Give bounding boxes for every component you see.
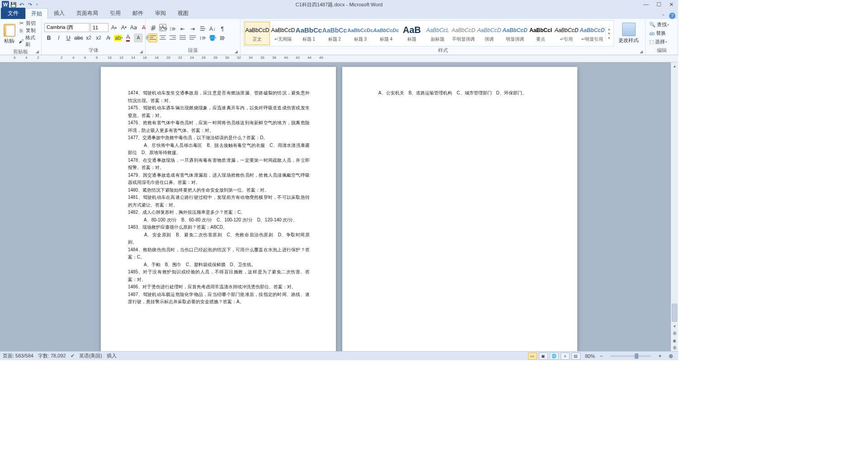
show-marks-icon[interactable]: ¶ [218, 24, 227, 33]
tab-references[interactable]: 引用 [104, 8, 127, 19]
style-正文[interactable]: AaBbCcD正文 [245, 22, 270, 45]
style-↵无间隔[interactable]: AaBbCcD↵无间隔 [270, 22, 296, 45]
doc-line[interactable]: 1479、因交通事故造成有害气体泄漏后，进入现场抢救伤员时，抢救人员须佩戴空气呼… [128, 172, 310, 187]
doc-line[interactable]: 1486、对于烫伤进行处理时，应首先考虑用常温清水持续冲洗烫伤部位。答案：对。 [128, 283, 310, 291]
paste-button[interactable]: 粘贴▾ [3, 23, 16, 45]
styles-more[interactable]: ▾ [605, 36, 613, 40]
doc-line[interactable]: 1475、驾驶机动车遇车辆出现燃烧现象，应迅速离开车内，以免对呼吸道造成伤害或发… [128, 104, 310, 119]
qat-customize-icon[interactable]: ▾ [33, 1, 41, 8]
style-标题 4[interactable]: AaBbCcDc标题 4 [373, 22, 399, 45]
underline-button[interactable]: U▾ [64, 33, 73, 42]
outline-view-icon[interactable]: ≡ [561, 352, 570, 360]
change-case-icon[interactable]: Aa▾ [129, 23, 138, 32]
doc-line[interactable]: 1481、驾驶机动车在高速公路行驶过程中，发现前方有动物突然横穿时，不可以采取急… [128, 194, 310, 209]
italic-button[interactable]: I [54, 33, 63, 42]
justify-icon[interactable] [178, 33, 187, 42]
maximize-button[interactable]: ☐ [654, 1, 664, 8]
font-size-select[interactable] [90, 23, 108, 32]
style-↵明显引用[interactable]: AaBbCcD↵明显引用 [580, 22, 605, 45]
select-button[interactable]: ⬚选择▾ [648, 38, 668, 46]
change-styles-button[interactable]: 更改样式▾ [616, 22, 642, 45]
document-area[interactable]: 1474、驾驶机动车发生交通事故后，应注意是否有燃油泄漏、管路破裂的情况，避免意… [0, 62, 678, 351]
spell-check-icon[interactable]: ✔ [71, 353, 75, 359]
find-button[interactable]: 🔍查找▾ [648, 21, 670, 28]
tab-insert[interactable]: 插入 [48, 8, 71, 19]
style-标题[interactable]: AaB标题 [399, 22, 425, 45]
next-page-icon[interactable]: ⦿ [671, 344, 678, 351]
shading-icon[interactable]: 🪣▾ [208, 33, 217, 42]
format-painter-button[interactable]: 🖌格式刷 [18, 34, 38, 48]
draft-view-icon[interactable]: ▤ [571, 352, 580, 360]
font-launcher[interactable]: ◢ [140, 49, 144, 54]
tab-review[interactable]: 审阅 [149, 8, 172, 19]
bold-button[interactable]: B [44, 33, 53, 42]
help-icon[interactable]: ? [669, 13, 675, 19]
asian-layout-icon[interactable]: ☰▾ [198, 24, 207, 33]
doc-line[interactable]: 1485、对于没有救护知识或经验的人员，不得盲目施救，这样是为了避免二次伤害。答… [128, 268, 310, 283]
full-screen-view-icon[interactable]: ▣ [539, 352, 548, 360]
doc-line[interactable]: 1482、成人心肺复苏时，胸外按压频率是多少？答案：C。 [128, 209, 310, 216]
minimize-button[interactable]: — [641, 1, 651, 8]
page-indicator[interactable]: 页面: 583/584 [3, 352, 33, 359]
doc-line[interactable]: A、尽快将中毒人员移出毒区 B、脱去接触有毒空气的衣服 C、用清水清洗暴露部位 … [128, 142, 310, 157]
font-color-icon[interactable]: A▾ [124, 33, 133, 42]
align-right-icon[interactable] [168, 33, 177, 42]
doc-line[interactable]: 1484、救助烧伤伤员时，当伤口已经起泡的情况下，可用什么覆盖在水泡上进行保护？… [128, 246, 310, 261]
align-center-icon[interactable] [158, 33, 167, 42]
page-left[interactable]: 1474、驾驶机动车发生交通事故后，应注意是否有燃油泄漏、管路破裂的情况，避免意… [101, 67, 336, 351]
tab-view[interactable]: 视图 [172, 8, 194, 19]
doc-line[interactable]: 1487、驾驶机动车载运危险化学物品，应当经哪个部门批准后，按指定的时间、路线、… [128, 291, 310, 306]
print-layout-view-icon[interactable]: ▭ [528, 352, 537, 360]
align-left-icon[interactable] [148, 33, 157, 42]
page-right[interactable]: A、公安机关 B、道路运输管理机构 C、城市管理部门 D、环保部门。 [342, 67, 577, 351]
line-spacing-icon[interactable]: ↕≡▾ [198, 33, 207, 42]
insert-mode[interactable]: 插入 [107, 352, 117, 359]
clipboard-launcher[interactable]: ◢ [36, 49, 40, 54]
scroll-down-icon[interactable]: ▾ [671, 323, 678, 330]
zoom-thumb[interactable] [635, 353, 638, 359]
grow-font-icon[interactable]: A▴ [109, 23, 118, 32]
highlight-icon[interactable]: ab▾ [114, 33, 123, 42]
vertical-scrollbar[interactable]: ▴ ▾ ⦿ ◉ ⦿ [671, 62, 678, 351]
styles-launcher[interactable]: ◢ [640, 49, 644, 54]
char-shading-icon[interactable]: A [134, 33, 143, 42]
doc-line[interactable]: 1477、交通事故中急救中毒伤员，以下做法错误的是什么？答案：D。 [128, 134, 310, 142]
style-↵引用[interactable]: AaBbCcD↵引用 [554, 22, 579, 45]
doc-line[interactable]: 1476、抢救有害气体中毒伤员时，应第一时间将伤员移送到有新鲜空气的地方，脱离危… [128, 119, 310, 134]
style-不明显强调[interactable]: AaBbCcD不明显强调 [451, 22, 476, 45]
doc-line[interactable]: A、公安机关 B、道路运输管理机构 C、城市管理部门 D、环保部门。 [369, 89, 551, 97]
superscript-button[interactable]: x2 [94, 33, 103, 42]
subscript-button[interactable]: x2 [84, 33, 93, 42]
style-强调[interactable]: AaBbCcD强调 [476, 22, 502, 45]
save-icon[interactable]: 💾 [10, 1, 17, 8]
style-标题 2[interactable]: AaBbCc标题 2 [322, 22, 347, 45]
sort-icon[interactable]: A↓ [208, 24, 217, 33]
style-副标题[interactable]: AaBbCcL副标题 [425, 22, 450, 45]
tab-file[interactable]: 文件 [1, 8, 25, 19]
styles-gallery[interactable]: AaBbCcD正文AaBbCcD↵无间隔AaBbCc标题 1AaBbCc标题 2… [243, 20, 614, 47]
paragraph-launcher[interactable]: ◢ [235, 49, 239, 54]
styles-up[interactable]: ▴ [605, 27, 613, 31]
increase-indent-icon[interactable]: ⇥ [188, 24, 197, 33]
doc-line[interactable]: 1474、驾驶机动车发生交通事故后，应注意是否有燃油泄漏、管路破裂的情况，避免意… [128, 89, 310, 104]
redo-icon[interactable]: ↷ [26, 1, 33, 8]
multilevel-icon[interactable]: ⁝≡▾ [168, 24, 177, 33]
word-count[interactable]: 字数: 78,092 [38, 352, 66, 359]
replace-button[interactable]: ab替换 [648, 29, 667, 37]
zoom-fit-icon[interactable]: ⊕ [666, 352, 675, 361]
style-要点[interactable]: AaBbCcI要点 [528, 22, 553, 45]
web-layout-view-icon[interactable]: 🌐 [550, 352, 559, 360]
copy-button[interactable]: ⎘复制 [18, 27, 38, 34]
tab-page-layout[interactable]: 页面布局 [71, 8, 104, 19]
borders-icon[interactable]: ⊞▾ [218, 33, 227, 42]
styles-down[interactable]: ▾ [605, 31, 613, 36]
doc-line[interactable]: A、安全原则 B、避免二次伤害原则 C、先救命后治伤原则 D、争取时间原则。 [128, 231, 310, 246]
undo-icon[interactable]: ↶▾ [18, 1, 25, 8]
zoom-level[interactable]: 80% [585, 353, 595, 359]
zoom-out-icon[interactable]: − [597, 352, 606, 361]
zoom-in-icon[interactable]: + [656, 352, 665, 361]
style-标题 3[interactable]: AaBbCcDc标题 3 [348, 22, 373, 45]
language-indicator[interactable]: 英语(美国) [79, 352, 102, 359]
strike-button[interactable]: abc [74, 33, 83, 42]
tab-home[interactable]: 开始 [25, 8, 48, 19]
